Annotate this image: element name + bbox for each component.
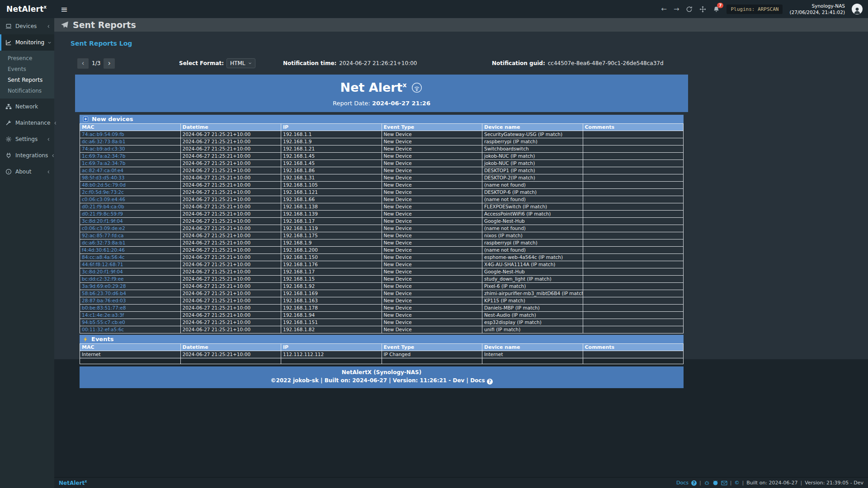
github-icon[interactable]	[712, 480, 718, 486]
mac-link[interactable]: dc:a6:32:73:8a:b1	[82, 139, 125, 144]
sidebar-item-sent-reports[interactable]: Sent Reports	[0, 75, 54, 85]
help-icon[interactable]: ?	[691, 480, 697, 486]
mac-link[interactable]: b0:be:83:51:77:e8	[82, 305, 126, 310]
sidebar-item-maintenance[interactable]: Maintenance	[0, 115, 54, 131]
mac-link[interactable]: 98:5f:d3:d5:40:33	[82, 175, 124, 180]
mac-link[interactable]: 2c:f0:5d:9e:73:2c	[82, 189, 124, 195]
column-header: MAC	[80, 124, 181, 131]
table-row: 48:b0:2d:5c:79:0d2024-06-27 21:25:21+10:…	[80, 182, 684, 189]
table-row: f4:4d:30:61:20:462024-06-27 21:25:21+10:…	[80, 247, 684, 254]
mac-link[interactable]: 92:ac:85:77:fd:ca	[82, 233, 124, 238]
notifications-bell-icon[interactable]: 7	[713, 6, 720, 13]
table-header-row: MACDatetimeIPEvent TypeDevice nameCommen…	[80, 124, 684, 131]
chevron-left-icon	[53, 121, 57, 125]
report-controls: ‹ 1/3 › Select Format: HTML Notification…	[71, 57, 690, 71]
new-device-icon	[83, 116, 89, 122]
mac-link[interactable]: 58:b6:23:70:d6:b4	[82, 291, 126, 296]
events-table: MACDatetimeIPEvent TypeDevice nameCommen…	[80, 343, 684, 364]
page-header: Sent Reports	[54, 18, 868, 32]
format-select[interactable]: HTML	[226, 58, 255, 68]
sidebar: Devices Monitoring Presence Events Sent …	[0, 18, 54, 488]
sidebar-item-integrations[interactable]: Integrations	[0, 147, 54, 164]
netalertx-logo-icon	[411, 82, 423, 94]
mac-link[interactable]: 84:cc:a8:4a:56:4c	[82, 254, 125, 260]
prev-page-button[interactable]: ‹	[77, 58, 89, 69]
report-date: Report Date: 2024-06-27 21:26	[75, 100, 688, 107]
column-header: Device name	[482, 344, 583, 351]
user-avatar[interactable]	[852, 4, 863, 14]
move-icon[interactable]	[699, 6, 706, 13]
mac-link[interactable]: 48:b0:2d:5c:79:0d	[82, 182, 126, 188]
table-row: 3c:8d:20:f1:9f:042024-06-27 21:25:21+10:…	[80, 268, 684, 276]
mac-link[interactable]: bc:dd:c2:32:f9:ee	[82, 276, 124, 282]
column-header: Event Type	[382, 344, 482, 351]
sidebar-item-notifications[interactable]: Notifications	[0, 85, 54, 96]
report-header: Net Alertx Report Date: 2024-06-27 21:26	[75, 75, 688, 112]
sidebar-item-about[interactable]: About	[0, 164, 54, 180]
report-footer: NetAlertX (Synology-NAS) ©2022 jokob-sk …	[80, 366, 684, 388]
sidebar-toggle-icon[interactable]: ≡	[61, 5, 68, 14]
format-label: Select Format:	[179, 60, 224, 66]
mac-link[interactable]: 00:11:32:ef:a5:6c	[82, 327, 124, 332]
bug-icon[interactable]	[704, 480, 710, 486]
help-icon[interactable]: ?	[487, 379, 493, 385]
table-row: d0:21:f9:8c:59:f92024-06-27 21:25:21+10:…	[80, 211, 684, 218]
column-header: Event Type	[382, 124, 482, 131]
chevron-down-icon	[47, 41, 52, 45]
mac-link[interactable]: 44:6f:f8:12:68:71	[82, 262, 123, 267]
table-row: 2c:f0:5d:9e:73:2c2024-06-27 21:25:21+10:…	[80, 189, 684, 196]
table-row: 74:ac:b9:54:09:fb2024-06-27 21:25:21+10:…	[80, 131, 684, 138]
table-row: 98:5f:d3:d5:40:332024-06-27 21:25:21+10:…	[80, 174, 684, 182]
sidebar-item-settings[interactable]: Settings	[0, 131, 54, 147]
mail-icon[interactable]	[721, 480, 727, 486]
table-row: 3a:9d:69:e0:29:282024-06-27 21:25:21+10:…	[80, 283, 684, 290]
mac-link[interactable]: 14:c1:4e:2e:a3:3f	[82, 312, 124, 318]
host-info: Synology-NAS (27/06/2024, 21:41:02)	[789, 3, 845, 15]
table-row: Internet2024-06-27 21:25:21+10:00112.112…	[80, 351, 684, 358]
mac-link[interactable]: 74:ac:b9:ad:c3:30	[82, 146, 125, 151]
report-body: New devices MACDatetimeIPEvent TypeDevic…	[75, 112, 688, 388]
sent-reports-log-link[interactable]: Sent Reports Log	[71, 40, 132, 47]
top-navbar: NetAlertx ≡ ← → 7 Plugins: ARPSCAN Synol…	[0, 0, 868, 18]
sidebar-item-network[interactable]: Network	[0, 99, 54, 115]
mac-link[interactable]: 3c:8d:20:f1:9f:04	[82, 218, 123, 224]
sidebar-item-events[interactable]: Events	[0, 64, 54, 75]
docs-link[interactable]: Docs	[676, 480, 689, 486]
refresh-icon[interactable]	[686, 6, 693, 13]
copyright-icon[interactable]: ©	[735, 480, 740, 486]
host-name: Synology-NAS	[789, 3, 845, 9]
mac-link[interactable]: c0:06:c3:09:e4:46	[82, 197, 125, 202]
sidebar-item-monitoring[interactable]: Monitoring	[0, 34, 54, 51]
nav-forward-icon[interactable]: →	[674, 6, 679, 13]
notification-guid: Notification guid: cc44507e-8ea6-48e7-90…	[492, 57, 664, 69]
sidebar-item-presence[interactable]: Presence	[0, 53, 54, 64]
mac-link[interactable]: 74:ac:b9:54:09:fb	[82, 131, 124, 137]
mac-link[interactable]: d0:21:f9:b4:ca:0b	[82, 204, 124, 209]
mac-link[interactable]: 3a:9d:69:e0:29:28	[82, 283, 126, 289]
mac-link[interactable]: 28:87:ba:76:ed:03	[82, 298, 126, 303]
mac-link[interactable]: 94:b5:55:c7:cb:e0	[82, 319, 125, 325]
format-control: Select Format: HTML	[179, 57, 255, 69]
chevron-left-icon	[51, 154, 55, 158]
column-header: IP	[281, 124, 382, 131]
footer-brand-link[interactable]: NetAlertx	[59, 479, 87, 486]
app-logo[interactable]: NetAlertx	[0, 5, 54, 14]
mac-link[interactable]: 1c:69:7a:a2:34:7b	[82, 153, 125, 159]
column-header: Comments	[583, 124, 684, 131]
mac-link[interactable]: f4:4d:30:61:20:46	[82, 247, 125, 253]
monitoring-submenu: Presence Events Sent Reports Notificatio…	[0, 51, 54, 99]
table-row: 74:ac:b9:ad:c3:302024-06-27 21:25:21+10:…	[80, 145, 684, 153]
sidebar-item-devices[interactable]: Devices	[0, 18, 54, 34]
mac-link[interactable]: 3c:8d:20:f1:9f:04	[82, 269, 123, 274]
report-title: Net Alertx	[340, 80, 423, 94]
nav-back-icon[interactable]: ←	[661, 6, 667, 13]
mac-link[interactable]: d0:21:f9:8c:59:f9	[82, 211, 123, 216]
pagination-controls: ‹ 1/3 ›	[77, 57, 115, 69]
mac-link[interactable]: ac:82:47:ca:0f:e4	[82, 168, 123, 173]
mac-link[interactable]: dc:a6:32:73:8a:b1	[82, 240, 125, 245]
table-row: 58:b6:23:70:d6:b42024-06-27 21:25:21+10:…	[80, 290, 684, 297]
next-page-button[interactable]: ›	[103, 58, 115, 69]
mac-link[interactable]: 1c:69:7a:a2:34:7b	[82, 160, 125, 166]
mac-link[interactable]: c0:06:c3:09:de:e2	[82, 225, 125, 231]
plugins-badge[interactable]: Plugins: ARPSCAN	[726, 5, 783, 14]
